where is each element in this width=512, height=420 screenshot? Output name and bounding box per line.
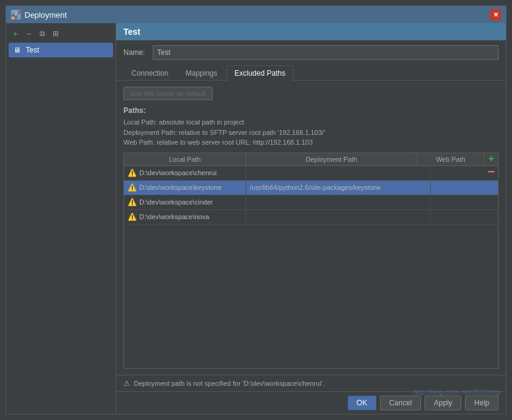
status-message: Deployment path is not specified for 'D:… [134, 380, 324, 387]
remove-path-button[interactable]: − [485, 166, 497, 178]
remove-server-button[interactable]: − [23, 28, 34, 39]
cell-local-path: ⚠️ D:\dev\workspace\nova [124, 210, 246, 224]
sidebar-item-label: Test [26, 46, 39, 54]
tab-connection[interactable]: Connection [123, 65, 177, 81]
cell-local-path: ⚠️ D:\dev\workspace\keystone [124, 181, 246, 195]
local-path-value: D:\dev\workspace\nova [139, 213, 209, 220]
cancel-button[interactable]: Cancel [380, 396, 421, 410]
status-bar: ⚠ Deployment path is not specified for '… [116, 375, 506, 391]
title-bar: 🚀 Deployment ✕ [6, 6, 506, 23]
cell-web-path [431, 181, 498, 195]
table-body: ⚠️ D:\dev\workspace\chenrui ⚠️ D:\dev\wo… [123, 166, 499, 369]
deployment-window: 🚀 Deployment ✕ + − ⧉ ⊞ 🖥 Test Test Name: [5, 5, 507, 415]
paths-desc-3: Web Path: relative to web server root UR… [123, 137, 499, 148]
window-title: Deployment [24, 10, 67, 20]
local-path-value: D:\dev\workspace\keystone [139, 184, 222, 191]
table-action-btns: + − [485, 153, 499, 178]
table-header: Local Path Deployment Path Web Path [123, 153, 499, 166]
use-default-button[interactable]: Use this server as default [123, 87, 213, 100]
help-button[interactable]: Help [465, 396, 499, 410]
ok-button[interactable]: OK [348, 396, 376, 410]
paths-title: Paths: [123, 106, 499, 115]
name-label: Name: [123, 48, 148, 57]
paths-section: Paths: Local Path: absolute local path i… [123, 106, 499, 148]
table-row[interactable]: ⚠️ D:\dev\workspace\chenrui [124, 166, 498, 181]
status-warning-icon: ⚠ [123, 379, 130, 388]
header-local-path: Local Path [124, 153, 246, 165]
warning-icon: ⚠️ [128, 183, 137, 192]
paths-desc-1: Local Path: absolute local path in proje… [123, 117, 499, 128]
add-path-button[interactable]: + [485, 153, 497, 165]
paths-desc-2: Deployment Path: relative to SFTP server… [123, 128, 499, 138]
excluded-paths-content: Use this server as default Paths: Local … [116, 81, 506, 375]
name-row: Name: [116, 40, 506, 65]
cell-web-path [431, 210, 498, 224]
tabs: Connection Mappings Excluded Paths [116, 65, 506, 81]
sidebar-item-test[interactable]: 🖥 Test [9, 43, 113, 57]
copy-server-button[interactable]: ⧉ [37, 28, 48, 39]
cell-deployment-path [246, 166, 431, 180]
window-body: + − ⧉ ⊞ 🖥 Test Test Name: Connection Map… [6, 23, 506, 414]
local-path-value: D:\dev\workspace\cinder [139, 198, 213, 206]
table-row[interactable]: ⚠️ D:\dev\workspace\keystone /usr/lib64/… [124, 181, 498, 195]
sidebar: + − ⧉ ⊞ 🖥 Test [6, 23, 116, 414]
header-deployment-path: Deployment Path [246, 153, 417, 165]
paths-table-container: Local Path Deployment Path Web Path + − [123, 153, 499, 369]
main-panel: Test Name: Connection Mappings Excluded … [116, 23, 506, 414]
cell-deployment-path: /usr/lib64/python2.6/site-packages/keyst… [246, 181, 431, 195]
cell-deployment-path [246, 195, 431, 209]
cell-local-path: ⚠️ D:\dev\workspace\cinder [124, 195, 246, 209]
server-icon: 🖥 [12, 45, 22, 55]
warning-icon: ⚠️ [128, 168, 137, 177]
cell-web-path [431, 195, 498, 209]
close-button[interactable]: ✕ [490, 9, 501, 20]
tab-excluded-paths[interactable]: Excluded Paths [227, 65, 293, 81]
title-bar-left: 🚀 Deployment [11, 10, 67, 20]
warning-icon: ⚠️ [128, 212, 137, 221]
footer: OK Cancel Apply Help [116, 391, 506, 414]
panel-header: Test [116, 23, 506, 40]
name-input[interactable] [153, 45, 499, 60]
sidebar-toolbar: + − ⧉ ⊞ [9, 26, 113, 43]
add-server-button[interactable]: + [10, 28, 21, 39]
app-icon: 🚀 [11, 10, 21, 20]
cell-deployment-path [246, 210, 431, 224]
table-row[interactable]: ⚠️ D:\dev\workspace\cinder [124, 195, 498, 210]
settings-button[interactable]: ⊞ [50, 28, 61, 39]
local-path-value: D:\dev\workspace\chenrui [139, 169, 217, 176]
apply-button[interactable]: Apply [425, 396, 461, 410]
table-row[interactable]: ⚠️ D:\dev\workspace\nova [124, 210, 498, 225]
header-web-path: Web Path [417, 153, 485, 165]
tab-mappings[interactable]: Mappings [178, 65, 225, 81]
cell-local-path: ⚠️ D:\dev\workspace\chenrui [124, 166, 246, 180]
warning-icon: ⚠️ [128, 198, 137, 206]
